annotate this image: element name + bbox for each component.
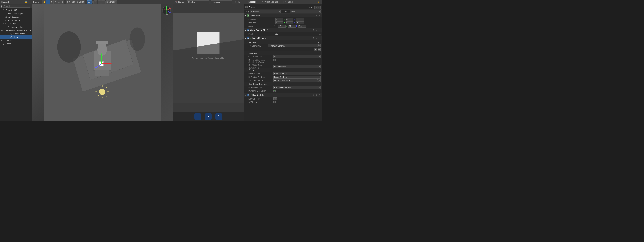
position-x-input[interactable] (276, 18, 283, 21)
transform-preset-icon[interactable]: ⊡ (315, 14, 318, 16)
mesh-filter-header[interactable]: ▾ ▣ Cube (Mesh Filter) ? ⊡ ⋮ (244, 28, 322, 32)
box-collider-menu-icon[interactable]: ⋮ (318, 94, 321, 96)
hier-item-ar-session[interactable]: ⬡ AR Session (0, 15, 32, 19)
object-enabled-checkbox[interactable]: ✓ (245, 6, 248, 8)
hier-item-canvas[interactable]: ▶ ⬡ Canvas (0, 39, 32, 42)
reflection-probes-select[interactable]: Blend Probes Off Simple Blend Probes And… (273, 76, 320, 79)
hier-item-camera-offset[interactable]: ⬡ Camera Offset (0, 25, 32, 29)
position-z-input[interactable] (296, 18, 304, 21)
transform-header[interactable]: ▾ ⊹ Transform ? ⊡ ⋮ (244, 13, 322, 17)
edit-collider-button[interactable]: ⊹ (273, 97, 278, 100)
mesh-renderer-menu-icon[interactable]: ⋮ (318, 37, 321, 39)
hand-tool-button[interactable]: ✋ (42, 0, 46, 4)
materials-add-button[interactable]: + (314, 48, 317, 51)
element0-select-button[interactable]: ⊙ (317, 44, 320, 47)
rect-tool-button[interactable]: ▭ (57, 0, 61, 4)
hierarchy-search-input[interactable] (3, 5, 30, 8)
hierarchy-dots-icon[interactable]: ⋮ (28, 1, 30, 3)
tag-dropdown-wrapper[interactable]: Untagged (250, 10, 280, 13)
scale-y-input[interactable] (288, 25, 296, 27)
hier-item-gandhi-monument[interactable]: ▾ ⬡ The Gandhi Monument at SF (0, 29, 32, 32)
is-trigger-checkbox[interactable] (273, 101, 276, 103)
scale-link-icon[interactable]: ⛓ (273, 25, 275, 27)
inspector-lock-icon[interactable]: 🔒 (316, 1, 321, 3)
receive-gi-dropdown-wrapper[interactable]: Light Probes Lightmaps (273, 65, 320, 68)
box-collider-header[interactable]: ▾ ⬡ ✓ Box Collider ? ⊡ ⋮ (244, 93, 322, 97)
hier-item-xr-origin[interactable]: ▾ ⬡ XR Origin (0, 22, 32, 25)
svg-text:Top: Top (166, 13, 168, 15)
rotation-y-input[interactable] (286, 21, 294, 24)
dynamic-occlusion-checkbox[interactable] (273, 90, 276, 92)
pivot-button[interactable]: ⊙ Center (66, 0, 76, 4)
game-canvas[interactable]: Anchor Tracking Status Placeholder (173, 4, 244, 112)
hierarchy-lock-icon[interactable]: 🔒 (24, 1, 28, 3)
materials-remove-button[interactable]: − (318, 48, 320, 51)
game-display-select[interactable]: Display 1 (187, 0, 209, 4)
game-aspect-select[interactable]: Free Aspect (211, 0, 232, 4)
effects-button[interactable]: ✦ (101, 0, 105, 4)
additional-settings-subheader[interactable]: ▾ Additional Settings (244, 82, 322, 86)
transform-menu-icon[interactable]: ⋮ (318, 14, 321, 16)
mesh-filter-preset-icon[interactable]: ⊡ (315, 29, 318, 31)
global-button[interactable]: ⊡ Global (76, 0, 85, 4)
hier-item-demo[interactable]: ⬡ Demo (0, 42, 32, 45)
mesh-renderer-help-icon[interactable]: ? (313, 37, 314, 39)
mesh-filter-help-icon[interactable]: ? (313, 29, 314, 31)
mesh-select-icon[interactable]: ⊙ (318, 33, 320, 35)
transform-help-icon[interactable]: ? (313, 14, 314, 16)
object-static-dropdown[interactable]: ▾ (314, 5, 320, 9)
scale-z-input[interactable] (298, 25, 306, 27)
probes-subheader[interactable]: ▾ Probes (244, 68, 322, 72)
scale-x-input[interactable] (278, 25, 286, 27)
mesh-circle-button[interactable]: ⊙ (318, 33, 320, 35)
game-dots-icon[interactable]: ⋮ (241, 1, 243, 3)
hier-item-persistent-ar[interactable]: ▾ ⬡ PersistentAR* (0, 8, 32, 12)
layer-dropdown-wrapper[interactable]: Default (290, 10, 320, 13)
2d-button[interactable]: 2D (87, 0, 92, 4)
light-probes-select[interactable]: Blend Probes Off Use Proxy Volume Custom… (273, 72, 320, 75)
position-y-input[interactable] (286, 18, 294, 21)
hier-item-cube[interactable]: ⬡ Cube (0, 35, 32, 39)
game-display-wrapper[interactable]: Display 1 (187, 0, 209, 4)
box-collider-preset-icon[interactable]: ⊡ (315, 94, 318, 96)
cast-shadows-select[interactable]: On Off Two Sided Shadows Only (273, 55, 320, 58)
scene-canvas[interactable]: Top (32, 4, 173, 121)
materials-subheader[interactable]: ▾ Materials 1 (244, 40, 322, 44)
audio-button[interactable]: ♪ (98, 0, 101, 4)
box-collider-help-icon[interactable]: ? (313, 94, 314, 96)
receive-shadows-checkbox[interactable] (273, 59, 276, 61)
game-back-button[interactable]: ← (194, 113, 201, 120)
hier-item-directional-light[interactable]: ☀ Directional Light (0, 12, 32, 15)
game-menu-button[interactable]: ≡ (205, 113, 212, 120)
game-aspect-wrapper[interactable]: Free Aspect (211, 0, 232, 4)
mesh-renderer-header[interactable]: ▾ ▣ ✓ Mesh Renderer ? ⊡ ⋮ (244, 36, 322, 40)
anchor-override-select-button[interactable]: ⊙ (317, 79, 320, 82)
light-probes-dropdown-wrapper[interactable]: Blend Probes Off Use Proxy Volume Custom… (273, 72, 320, 75)
game-help-button[interactable]: ? (215, 113, 222, 120)
hier-item-event-system[interactable]: ⬡ EventSystem (0, 19, 32, 22)
hier-item-mesh-container[interactable]: ⬡ MeshContainer (0, 32, 32, 35)
receive-gi-select[interactable]: Light Probes Lightmaps (273, 65, 320, 68)
transform-tool-button[interactable]: ⊞ (61, 0, 64, 4)
move-tool-button[interactable]: ⊹ (46, 0, 50, 4)
motion-vectors-dropdown-wrapper[interactable]: Per Object Motion Camera Motion Only For… (273, 86, 320, 89)
tab-project-settings[interactable]: ⚙ Project Settings (259, 0, 279, 4)
cast-shadows-dropdown-wrapper[interactable]: On Off Two Sided Shadows Only (273, 55, 320, 58)
rotation-z-input[interactable] (296, 21, 304, 24)
rotation-x-input[interactable] (276, 21, 283, 24)
reflection-probes-dropdown-wrapper[interactable]: Blend Probes Off Simple Blend Probes And… (273, 76, 320, 79)
tag-select[interactable]: Untagged (250, 10, 280, 13)
layer-select[interactable]: Default (290, 10, 320, 13)
tab-inspector[interactable]: ℹ Inspector (245, 0, 258, 4)
motion-vectors-select[interactable]: Per Object Motion Camera Motion Only For… (273, 86, 320, 89)
hierarchy-add-button[interactable]: + (1, 5, 2, 8)
light-button[interactable]: ☀ (94, 0, 97, 4)
scale-tool-button[interactable]: ⤢ (54, 0, 57, 4)
mesh-filter-menu-icon[interactable]: ⋮ (318, 29, 321, 31)
tab-test-runner[interactable]: Test Runner (281, 0, 295, 4)
gizmos-button[interactable]: ⊡ Gizmos ▾ (105, 0, 117, 4)
lighting-subheader[interactable]: ▾ Lighting (244, 51, 322, 55)
rotate-tool-button[interactable]: ↻ (50, 0, 54, 4)
probes-title: Probes (248, 69, 256, 71)
mesh-renderer-preset-icon[interactable]: ⊡ (315, 37, 318, 39)
